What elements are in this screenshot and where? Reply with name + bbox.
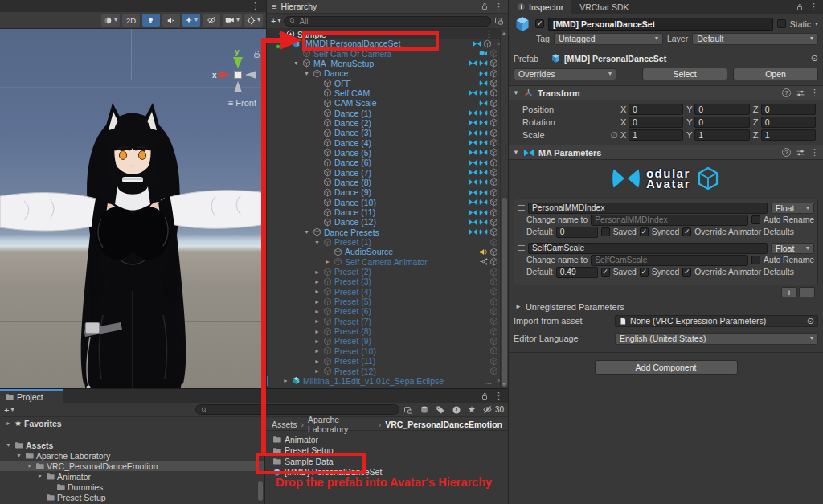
hierarchy-row[interactable]: ►Preset (2) — [267, 267, 500, 277]
project-tree-row[interactable]: ►★Favorites — [0, 418, 264, 428]
drag-handle-icon[interactable] — [518, 245, 525, 251]
axis-value-field[interactable]: 0 — [694, 117, 749, 128]
2d-toggle-button[interactable]: 2D — [122, 14, 140, 27]
editor-language-dropdown[interactable]: English (United States)▾ — [615, 333, 818, 345]
scene-audio-button[interactable] — [162, 14, 180, 27]
hierarchy-scrollbar[interactable]: ▲ ▼ — [500, 29, 508, 388]
foldout-icon[interactable]: ▼ — [26, 463, 33, 469]
scene-lighting-button[interactable] — [142, 14, 160, 27]
gizmo-projection-label[interactable]: ≡ Front — [228, 98, 256, 108]
tab-vrchat-sdk[interactable]: VRChat SDK — [571, 0, 637, 14]
foldout-icon[interactable]: ▼ — [5, 442, 12, 448]
help-icon[interactable]: ? — [782, 148, 791, 157]
foldout-icon[interactable]: ► — [313, 359, 321, 364]
foldout-icon[interactable]: ► — [313, 318, 321, 324]
scrollbar-thumb[interactable] — [502, 198, 507, 387]
hierarchy-row[interactable]: CAM Scale — [267, 98, 500, 108]
hierarchy-row[interactable]: Dance (11) — [267, 207, 500, 217]
hierarchy-row[interactable]: ▼Dance — [267, 68, 500, 78]
presets-icon[interactable] — [796, 148, 805, 158]
static-checkbox[interactable] — [777, 19, 786, 28]
hierarchy-row[interactable]: Dance (6) — [267, 158, 500, 167]
hidden-count-eye-icon[interactable] — [482, 404, 493, 415]
select-button[interactable]: Select — [642, 68, 727, 80]
window-picker-icon[interactable] — [494, 16, 504, 26]
axis-value-field[interactable]: 1 — [694, 129, 749, 141]
gizmos-button[interactable]: ▾ — [244, 14, 263, 27]
window-picker-icon[interactable] — [403, 405, 413, 415]
hierarchy-row[interactable]: Dance (5) — [267, 148, 500, 158]
hierarchy-row[interactable]: ▼[MMD] PersonalDanceSet› — [267, 39, 500, 48]
hierarchy-row[interactable]: ►Preset (12) — [267, 366, 500, 375]
foldout-icon[interactable]: ► — [282, 378, 289, 383]
saved-checkbox[interactable]: ✓ — [601, 268, 610, 277]
foldout-icon[interactable]: ► — [313, 299, 321, 305]
foldout-icon[interactable]: ► — [313, 348, 321, 354]
overrides-dropdown[interactable]: Overrides▾ — [514, 68, 616, 80]
effects-button[interactable]: ▾ — [182, 14, 200, 27]
hierarchy-row[interactable]: ►Self Camera Animator — [267, 257, 500, 267]
breadcrumb-item[interactable]: Assets — [272, 420, 297, 429]
favorite-star-icon[interactable]: ★ — [468, 404, 476, 415]
tab-inspector[interactable]: Inspector — [509, 0, 571, 14]
foldout-icon[interactable]: ► — [313, 329, 321, 334]
foldout-icon[interactable]: ▼ — [36, 473, 43, 479]
foldout-icon[interactable]: ▼ — [303, 71, 310, 76]
project-tree-row[interactable]: ▼Assets — [0, 440, 264, 450]
inspector-kebab-menu-icon[interactable]: ⋮ — [809, 2, 818, 11]
foldout-icon[interactable]: ▼ — [293, 60, 300, 66]
foldout-icon[interactable]: ▼ — [303, 229, 310, 235]
hierarchy-row[interactable]: Dance (7) — [267, 167, 500, 177]
synced-checkbox[interactable]: ✓ — [640, 227, 649, 236]
hierarchy-search-input[interactable]: All — [284, 16, 491, 27]
hierarchy-row[interactable]: Dance (9) — [267, 187, 500, 197]
project-tree-row[interactable]: Dummies — [0, 481, 264, 492]
hierarchy-row[interactable]: ►Preset (4) — [267, 287, 500, 297]
remove-parameter-button[interactable]: − — [799, 287, 815, 297]
hierarchy-row[interactable]: ►Preset (10) — [267, 346, 500, 356]
foldout-icon[interactable]: ► — [313, 289, 321, 294]
scene-viewport[interactable]: y x ≡ Front — [0, 29, 266, 388]
hierarchy-row[interactable]: Dance (10) — [267, 198, 500, 207]
param-name-field[interactable]: PersonalMMDIndex — [528, 203, 768, 214]
layer-dropdown[interactable]: Default▾ — [692, 33, 818, 45]
scrollbar-thumb[interactable] — [258, 481, 263, 501]
hierarchy-row[interactable]: Dance (12) — [267, 217, 500, 227]
hierarchy-row[interactable]: Dance (1) — [267, 108, 500, 117]
presets-icon[interactable] — [796, 88, 805, 98]
search-by-bundle-icon[interactable] — [452, 405, 461, 415]
object-picker-icon[interactable]: ⊙ — [811, 53, 818, 64]
project-tree-row[interactable]: ▼Animator — [0, 471, 264, 481]
object-picker-icon[interactable]: ⊙ — [807, 316, 814, 326]
lock-icon[interactable] — [252, 50, 261, 59]
unregistered-parameters-foldout[interactable]: ► Unregistered Parameters — [509, 300, 823, 313]
hierarchy-create-button[interactable]: +▾ — [271, 16, 280, 26]
project-tree-row[interactable]: Preset Setup — [0, 492, 264, 502]
saved-checkbox[interactable] — [601, 227, 610, 236]
drag-handle-icon[interactable] — [518, 205, 525, 211]
foldout-icon[interactable]: ► — [313, 338, 321, 344]
scene-row-kebab-icon[interactable]: ⋮ — [485, 30, 493, 39]
add-component-button[interactable]: Add Component — [595, 360, 738, 375]
hierarchy-row[interactable]: ►Preset (5) — [267, 297, 500, 306]
hierarchy-row[interactable]: AudioSource — [267, 247, 500, 256]
foldout-icon[interactable]: ► — [313, 279, 321, 285]
override-checkbox[interactable]: ✓ — [682, 268, 691, 277]
hierarchy-row[interactable]: Dance (8) — [267, 178, 500, 187]
project-tree-row[interactable]: ▼VRC_PersonalDanceEmotion — [0, 461, 264, 471]
foldout-icon[interactable]: ▼ — [282, 41, 289, 47]
hierarchy-row[interactable]: ►Preset (8) — [267, 326, 500, 336]
lock-icon[interactable] — [481, 392, 489, 400]
param-type-dropdown[interactable]: Float▾ — [771, 203, 814, 214]
axis-value-field[interactable]: 0 — [761, 104, 816, 115]
project-search-input[interactable] — [195, 404, 399, 415]
active-checkbox[interactable]: ✓ — [535, 19, 544, 28]
axis-value-field[interactable]: 0 — [629, 117, 683, 128]
auto-rename-checkbox[interactable] — [751, 256, 760, 264]
param-name-field[interactable]: SelfCamScale — [528, 243, 768, 254]
project-content-row[interactable]: [MMD] PersonalDanceSet — [272, 467, 508, 478]
default-value-field[interactable]: 0 — [556, 227, 598, 238]
lock-icon[interactable] — [481, 2, 489, 10]
hierarchy-row[interactable]: Self Cam Of Camera — [267, 48, 500, 58]
foldout-icon[interactable]: ► — [5, 420, 12, 426]
